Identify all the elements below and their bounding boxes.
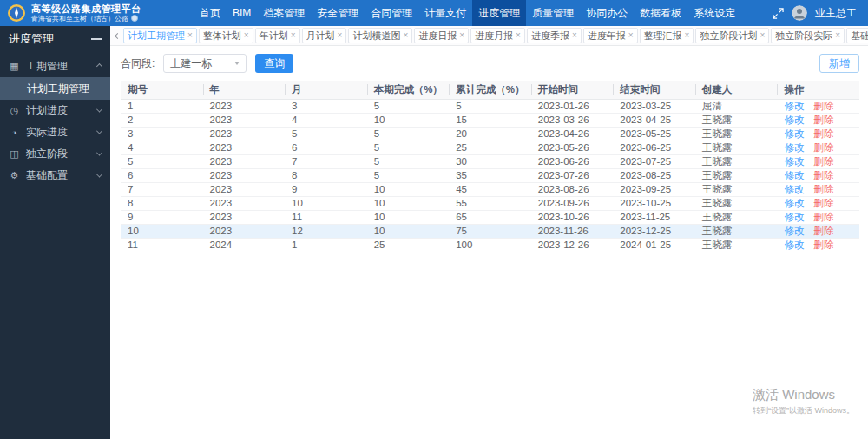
tab-close-icon[interactable]: ×: [187, 31, 193, 40]
col-header-period: 期号: [121, 81, 203, 99]
delete-link[interactable]: 删除: [814, 239, 834, 250]
edit-link[interactable]: 修改: [784, 115, 804, 125]
sidebar-item-plan-progress[interactable]: ◷ 计划进度: [0, 100, 110, 121]
sidebar-item-basic-config[interactable]: ⚙ 基础配置: [0, 165, 110, 187]
cell-start-date: 2023-04-26: [531, 127, 614, 141]
top-nav-item[interactable]: 安全管理: [311, 0, 365, 26]
top-nav-item[interactable]: 进度管理: [472, 0, 526, 26]
delete-link[interactable]: 删除: [814, 226, 834, 236]
top-nav-item[interactable]: 数据看板: [634, 0, 687, 26]
cell-current-pct: 5: [367, 154, 450, 168]
tab-close-icon[interactable]: ×: [338, 31, 343, 40]
cell-creator: 王晓露: [695, 141, 778, 154]
cell-month: 12: [285, 224, 367, 238]
tab[interactable]: 整体计划 ×: [199, 28, 253, 43]
add-button[interactable]: 新增: [819, 54, 859, 73]
top-nav-item[interactable]: BIM: [227, 0, 257, 26]
tab-close-icon[interactable]: ×: [760, 31, 765, 40]
top-nav-item[interactable]: 系统设定: [687, 0, 741, 26]
cell-period: 1: [121, 99, 203, 113]
top-nav-item[interactable]: 质量管理: [526, 0, 580, 26]
top-nav-item[interactable]: 计量支付: [418, 0, 472, 26]
cell-end-date: 2023-10-25: [613, 196, 695, 210]
tab-close-icon[interactable]: ×: [835, 31, 840, 40]
delete-link[interactable]: 删除: [814, 142, 834, 153]
top-nav-item[interactable]: 合同管理: [365, 0, 418, 26]
delete-link[interactable]: 删除: [814, 184, 834, 194]
edit-link[interactable]: 修改: [784, 239, 804, 250]
top-nav-item[interactable]: 首页: [194, 0, 227, 26]
user-avatar[interactable]: [792, 5, 807, 21]
tab[interactable]: 独立阶段计划 ×: [695, 28, 769, 43]
sidebar-item-label: 计划进度: [26, 103, 68, 118]
contract-select[interactable]: 土建一标: [163, 54, 247, 73]
cell-total-pct: 35: [449, 168, 531, 182]
delete-link[interactable]: 删除: [814, 212, 834, 222]
delete-link[interactable]: 删除: [814, 101, 834, 111]
tab[interactable]: 进度月报 ×: [470, 28, 525, 43]
delete-link[interactable]: 删除: [814, 156, 834, 167]
cell-current-pct: 5: [367, 127, 450, 141]
tab[interactable]: 计划工期管理 ×: [123, 28, 197, 43]
cell-end-date: 2023-09-25: [613, 182, 695, 196]
tab-close-icon[interactable]: ×: [516, 31, 521, 40]
delete-link[interactable]: 删除: [814, 115, 834, 125]
edit-link[interactable]: 修改: [784, 142, 804, 153]
delete-link[interactable]: 删除: [814, 128, 834, 139]
tab[interactable]: 进度季报 ×: [527, 28, 582, 43]
tab[interactable]: 年计划 ×: [255, 28, 300, 43]
sidebar-subitem-plan-duration[interactable]: 计划工期管理: [0, 77, 110, 100]
tab-close-icon[interactable]: ×: [572, 31, 577, 40]
fullscreen-icon[interactable]: [773, 8, 784, 19]
tab[interactable]: 整理汇报 ×: [640, 28, 694, 43]
cell-start-date: 2023-11-26: [531, 224, 614, 238]
tab-scroll-left-icon[interactable]: [114, 34, 122, 38]
tab-close-icon[interactable]: ×: [685, 31, 690, 40]
edit-link[interactable]: 修改: [784, 184, 804, 194]
collapse-menu-icon[interactable]: [91, 36, 102, 43]
tab-label: 进度月报: [475, 29, 513, 43]
tab-close-icon[interactable]: ×: [459, 31, 464, 40]
tab[interactable]: 计划横道图 ×: [348, 28, 412, 43]
sidebar-item-actual-progress[interactable]: ◔ 实际进度: [0, 121, 110, 143]
cell-creator: 王晓露: [695, 113, 778, 127]
tab-label: 进度日报: [418, 29, 457, 43]
top-nav-item-label: BIM: [233, 7, 251, 19]
app-subtitle: 青海省共和至玉树（结古）公路: [31, 15, 128, 23]
query-button[interactable]: 查询: [255, 54, 293, 73]
table-row: 1 2023 3 5 5 2023-01-26 2023-03-25 屈清 修改: [121, 99, 859, 113]
cell-year: 2023: [203, 210, 286, 224]
delete-link[interactable]: 删除: [814, 170, 834, 180]
sidebar-item-duration-management[interactable]: ▦ 工期管理: [0, 56, 110, 77]
edit-link[interactable]: 修改: [784, 156, 804, 167]
table-row: 4 2023 6 5 25 2023-05-26 2023-06-25 王晓露 …: [121, 141, 859, 154]
cell-creator: 王晓露: [695, 154, 778, 168]
tab[interactable]: 进度日报 ×: [414, 28, 469, 43]
tab-close-icon[interactable]: ×: [628, 31, 634, 40]
tab[interactable]: 基础项配置 ×: [846, 28, 868, 43]
edit-link[interactable]: 修改: [784, 128, 804, 139]
tab-close-icon[interactable]: ×: [403, 31, 408, 40]
cell-actions: 修改 删除: [777, 238, 859, 252]
edit-link[interactable]: 修改: [784, 170, 804, 180]
username[interactable]: 业主总工: [815, 6, 857, 21]
edit-link[interactable]: 修改: [784, 198, 804, 208]
sidebar-item-independent-stage[interactable]: ◫ 独立阶段: [0, 143, 110, 165]
tab-close-icon[interactable]: ×: [291, 31, 296, 40]
edit-link[interactable]: 修改: [784, 226, 804, 236]
col-header-total-pct: 累计完成（%）: [449, 81, 531, 99]
delete-link[interactable]: 删除: [814, 198, 834, 208]
tab-close-icon[interactable]: ×: [244, 31, 249, 40]
cell-creator: 王晓露: [695, 224, 778, 238]
filter-row: 合同段: 土建一标 查询 新增: [121, 54, 859, 73]
edit-link[interactable]: 修改: [784, 101, 804, 111]
cell-actions: 修改 删除: [777, 210, 859, 224]
tab[interactable]: 月计划 ×: [302, 28, 347, 43]
top-nav: 首页 BIM 档案管理 安全管理 合同管理 计量支付 进度管理 质量管理 协同办…: [194, 0, 741, 26]
top-nav-item[interactable]: 档案管理: [257, 0, 311, 26]
top-nav-item[interactable]: 协同办公: [580, 0, 634, 26]
tab[interactable]: 进度年报 ×: [583, 28, 638, 43]
sidebar-item-label: 实际进度: [26, 125, 68, 140]
tab[interactable]: 独立阶段实际 ×: [771, 28, 845, 43]
edit-link[interactable]: 修改: [784, 212, 804, 222]
